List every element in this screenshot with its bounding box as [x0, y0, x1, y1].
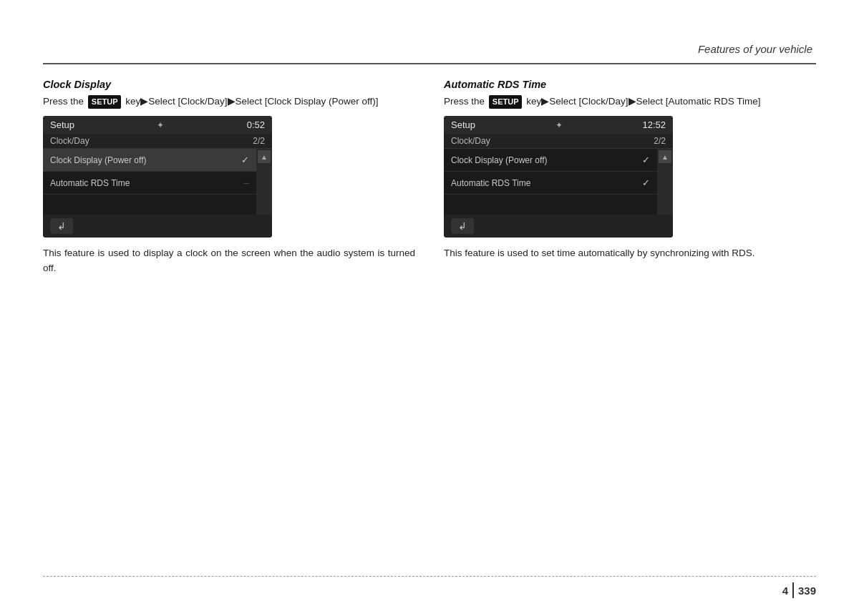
- left-back-button[interactable]: ↲: [50, 218, 73, 234]
- right-subheader-right: 2/2: [654, 136, 666, 146]
- footer-divider: [792, 582, 794, 598]
- right-setup-badge: SETUP: [489, 95, 523, 109]
- left-press-the: Press the: [43, 96, 84, 107]
- right-screen-item-2: Automatic RDS Time ✓: [444, 172, 657, 195]
- header-rule: [43, 63, 816, 64]
- right-subheader-left: Clock/Day: [451, 136, 490, 146]
- right-screen: Setup ✦ 12:52 Clock/Day 2/2 Clock Displa…: [444, 116, 673, 238]
- right-press-the: Press the: [444, 96, 485, 107]
- right-item-1-label: Clock Display (Power off): [451, 155, 547, 165]
- right-description: This feature is used to set time automat…: [444, 246, 816, 261]
- left-description: This feature is used to display a clock …: [43, 246, 415, 276]
- footer-page-total: 339: [798, 585, 816, 597]
- left-item-1-check: ✓: [241, 155, 249, 165]
- right-item-2-check: ✓: [642, 177, 650, 188]
- right-screen-title: Setup: [451, 119, 475, 130]
- left-instruction: Press the SETUP key▶Select [Clock/Day]▶S…: [43, 94, 415, 109]
- main-content: Clock Display Press the SETUP key▶Select…: [43, 79, 816, 276]
- right-screen-footer: ↲: [444, 215, 673, 238]
- right-back-button[interactable]: ↲: [451, 218, 474, 234]
- footer-page-number: 4: [782, 585, 788, 597]
- left-screen-time: 0:52: [247, 119, 265, 130]
- left-screen: Setup ✦ 0:52 Clock/Day 2/2 Clock Display…: [43, 116, 272, 238]
- right-instruction: Press the SETUP key▶Select [Clock/Day]▶S…: [444, 94, 816, 109]
- left-screen-title: Setup: [50, 119, 74, 130]
- left-item-2-label: Automatic RDS Time: [50, 178, 130, 188]
- left-column: Clock Display Press the SETUP key▶Select…: [43, 79, 415, 276]
- right-item-1-check: ✓: [642, 155, 650, 165]
- left-screen-subheader: Clock/Day 2/2: [43, 134, 272, 149]
- right-key-select: key▶Select [Clock/Day]▶Select [Automatic…: [523, 96, 760, 107]
- left-setup-badge: SETUP: [88, 95, 122, 109]
- right-screen-header: Setup ✦ 12:52: [444, 116, 673, 134]
- left-scroll-up[interactable]: ▲: [258, 150, 271, 163]
- footer-rule: [43, 576, 816, 577]
- right-screen-time: 12:52: [642, 119, 666, 130]
- right-item-2-label: Automatic RDS Time: [451, 178, 530, 188]
- left-screen-item-1: Clock Display (Power off) ✓: [43, 149, 256, 172]
- left-section-title: Clock Display: [43, 79, 415, 90]
- left-key-select: key▶Select [Clock/Day]▶Select [Clock Dis…: [122, 96, 378, 107]
- right-screen-subheader: Clock/Day 2/2: [444, 134, 673, 149]
- right-scroll-up[interactable]: ▲: [659, 150, 671, 163]
- left-screen-header: Setup ✦ 0:52: [43, 116, 272, 134]
- left-screen-item-2: Automatic RDS Time –: [43, 172, 256, 195]
- left-screen-icon: ✦: [157, 120, 164, 130]
- left-screen-footer: ↲: [43, 215, 272, 238]
- right-column: Automatic RDS Time Press the SETUP key▶S…: [444, 79, 816, 276]
- right-section-title: Automatic RDS Time: [444, 79, 816, 90]
- right-screen-icon: ✦: [555, 120, 563, 130]
- left-subheader-right: 2/2: [253, 136, 265, 146]
- footer-page: 4 339: [782, 582, 816, 598]
- right-screen-item-1: Clock Display (Power off) ✓: [444, 149, 657, 172]
- left-subheader-left: Clock/Day: [50, 136, 89, 146]
- left-item-2-check: –: [244, 177, 249, 188]
- header-title: Features of your vehicle: [698, 43, 812, 55]
- left-item-1-label: Clock Display (Power off): [50, 155, 146, 165]
